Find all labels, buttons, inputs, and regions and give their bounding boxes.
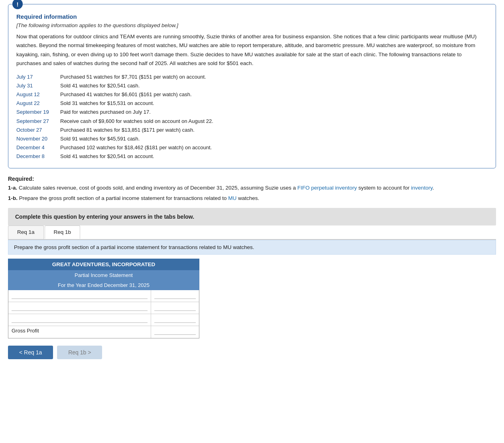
is-label-input-3[interactable] bbox=[12, 316, 148, 323]
transaction-desc: Receive cash of $9,600 for watches sold … bbox=[60, 117, 213, 126]
is-body: Gross Profit bbox=[8, 290, 199, 338]
gross-profit-input[interactable] bbox=[154, 328, 196, 335]
tab-req1a[interactable]: Req 1a bbox=[8, 225, 44, 239]
complete-box-text: Complete this question by entering your … bbox=[15, 214, 194, 220]
transaction-row: July 17Purchased 51 watches for $7,701 (… bbox=[16, 73, 488, 81]
is-title: Partial Income Statement bbox=[8, 270, 199, 280]
is-label-3[interactable] bbox=[8, 314, 151, 326]
prev-button[interactable]: < Req 1a bbox=[8, 346, 53, 359]
transaction-row: September 19Paid for watches purchased o… bbox=[16, 108, 488, 117]
transaction-desc: Purchased 41 watches for $6,601 ($161 pe… bbox=[60, 90, 192, 99]
required-section: Required: 1-a. Calculate sales revenue, … bbox=[8, 176, 496, 202]
is-row-1 bbox=[8, 290, 199, 302]
transaction-desc: Purchased 81 watches for $13,851 ($171 p… bbox=[60, 126, 195, 134]
tabs-row: Req 1a Req 1b bbox=[8, 225, 496, 240]
transaction-date: July 31 bbox=[16, 81, 60, 90]
transaction-date: November 20 bbox=[16, 134, 60, 143]
transaction-row: December 4Purchased 102 watches for $18,… bbox=[16, 143, 488, 152]
transaction-desc: Sold 91 watches for $45,591 cash. bbox=[60, 134, 140, 143]
transaction-date: September 19 bbox=[16, 108, 60, 117]
transaction-row: November 20Sold 91 watches for $45,591 c… bbox=[16, 134, 488, 143]
info-subtitle: [The following information applies to th… bbox=[16, 22, 488, 28]
is-row-3 bbox=[8, 314, 199, 326]
complete-question-box: Complete this question by entering your … bbox=[8, 208, 496, 225]
is-value-input-1[interactable] bbox=[154, 292, 196, 299]
transaction-row: September 27Receive cash of $9,600 for w… bbox=[16, 117, 488, 126]
transaction-row: December 8Sold 41 watches for $20,541 on… bbox=[16, 152, 488, 161]
transaction-row: October 27Purchased 81 watches for $13,8… bbox=[16, 126, 488, 134]
required-label: Required: bbox=[8, 176, 34, 182]
transaction-row: August 12Purchased 41 watches for $6,601… bbox=[16, 90, 488, 99]
transaction-date: August 22 bbox=[16, 99, 60, 108]
is-period: For the Year Ended December 31, 2025 bbox=[8, 280, 199, 290]
req-1a-desc: Calculate sales revenue, cost of goods s… bbox=[19, 185, 434, 191]
transaction-date: August 12 bbox=[16, 90, 60, 99]
req-1b-text: 1-b. Prepare the gross profit section of… bbox=[8, 194, 496, 203]
is-label-2[interactable] bbox=[8, 302, 151, 314]
gross-profit-value[interactable] bbox=[151, 326, 199, 338]
is-row-2 bbox=[8, 302, 199, 314]
tab-req1b[interactable]: Req 1b bbox=[45, 225, 81, 239]
is-company-name: GREAT ADVENTURES, INCORPORATED bbox=[8, 259, 199, 270]
info-box: ! Required information [The following in… bbox=[8, 4, 496, 168]
is-value-3[interactable] bbox=[151, 314, 199, 326]
transaction-desc: Purchased 102 watches for $18,462 ($181 … bbox=[60, 143, 212, 152]
transaction-desc: Sold 41 watches for $20,541 on account. bbox=[60, 152, 154, 161]
is-gross-profit-row: Gross Profit bbox=[8, 326, 199, 338]
info-title: Required information bbox=[16, 13, 488, 20]
instruction-bar: Prepare the gross profit section of a pa… bbox=[8, 240, 496, 255]
transaction-date: December 4 bbox=[16, 143, 60, 152]
transaction-row: August 22Sold 31 watches for $15,531 on … bbox=[16, 99, 488, 108]
nav-buttons: < Req 1a Req 1b > bbox=[8, 346, 496, 359]
info-body: Now that operations for outdoor clinics … bbox=[16, 32, 488, 68]
transaction-desc: Sold 31 watches for $15,531 on account. bbox=[60, 99, 154, 108]
transaction-date: July 17 bbox=[16, 73, 60, 81]
next-button[interactable]: Req 1b > bbox=[57, 346, 102, 359]
info-icon: ! bbox=[12, 0, 23, 9]
income-statement: GREAT ADVENTURES, INCORPORATED Partial I… bbox=[8, 259, 199, 338]
transaction-desc: Sold 41 watches for $20,541 cash. bbox=[60, 81, 140, 90]
transaction-date: December 8 bbox=[16, 152, 60, 161]
transaction-desc: Purchased 51 watches for $7,701 ($151 pe… bbox=[60, 73, 206, 81]
transaction-desc: Paid for watches purchased on July 17. bbox=[60, 108, 151, 117]
is-label-input-2[interactable] bbox=[12, 304, 148, 311]
is-value-1[interactable] bbox=[151, 290, 199, 302]
is-value-2[interactable] bbox=[151, 302, 199, 314]
is-label-1[interactable] bbox=[8, 290, 151, 302]
transactions-table: July 17Purchased 51 watches for $7,701 (… bbox=[16, 73, 488, 161]
req-1a-text: 1-a. Calculate sales revenue, cost of go… bbox=[8, 184, 496, 192]
req-1b-desc: Prepare the gross profit section of a pa… bbox=[19, 195, 260, 201]
is-value-input-3[interactable] bbox=[154, 316, 196, 323]
instruction-text: Prepare the gross profit section of a pa… bbox=[14, 244, 254, 250]
is-label-input-1[interactable] bbox=[12, 292, 148, 299]
transaction-date: September 27 bbox=[16, 117, 60, 126]
transaction-date: October 27 bbox=[16, 126, 60, 134]
is-value-input-2[interactable] bbox=[154, 304, 196, 311]
info-body-text: Now that operations for outdoor clinics … bbox=[16, 34, 476, 66]
gross-profit-label: Gross Profit bbox=[8, 326, 151, 338]
transaction-row: July 31Sold 41 watches for $20,541 cash. bbox=[16, 81, 488, 90]
